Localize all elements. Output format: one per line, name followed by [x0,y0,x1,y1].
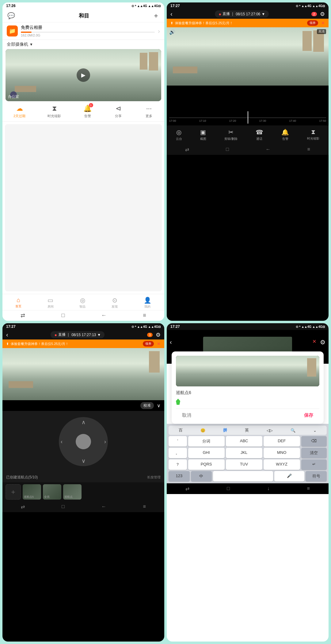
home-nav-tl[interactable]: □ [62,312,65,319]
nav-discover[interactable]: ⊙ 发现 [112,297,118,309]
ctrl-timelapse[interactable]: ⧗ 时光缩影 [307,128,319,141]
key-jkl[interactable]: JKL [226,448,262,458]
key-abc[interactable]: ABC [226,436,262,447]
action-share[interactable]: ⊲ 分享 [114,104,123,118]
key-tuv[interactable]: TUV [226,459,262,470]
menu-sys-tr[interactable]: ≡ [307,147,310,152]
kb-tool-pinyin[interactable]: 拼 [223,427,227,433]
cancel-button[interactable]: 取消 [182,412,191,418]
key-question[interactable]: ？ [169,459,187,470]
back-sys-bl[interactable]: ⇄ [21,504,25,510]
album-progress-bar [21,32,155,33]
album-arrow-icon[interactable]: › [158,28,160,35]
menu-sys-br[interactable]: ≡ [307,486,310,492]
nav-smart[interactable]: ◎ 智品 [79,297,86,309]
back-sys-br[interactable]: ⇄ [185,486,189,492]
kb-tool-collapse[interactable]: ⌄ [313,428,317,433]
waypoint-thumb-2[interactable]: 全览 [43,484,61,500]
promo-btn-tr[interactable]: 领券 [307,20,318,26]
save-button[interactable]: 保存 [304,412,313,418]
home-sys-bl[interactable]: □ [62,504,65,510]
timeline[interactable]: 17:00 17:10 17:20 17:30 17:40 17:50 [167,117,329,122]
joystick-ring[interactable]: ∧ ∨ ‹ › [59,417,108,466]
key-wxyz[interactable]: WXYZ [264,459,300,470]
key-clear[interactable]: 清空 [301,448,327,458]
chat-icon[interactable]: 💬 [7,12,15,19]
nav-mine[interactable]: 👤 我的 [144,297,151,309]
key-enter[interactable]: ↵ [301,459,327,470]
back-nav-tl[interactable]: ⇄ [21,312,25,319]
back-btn-br[interactable]: ‹ [170,339,172,346]
action-more[interactable]: ··· 更多 [145,104,153,118]
action-share-label: 分享 [115,114,122,118]
key-mno[interactable]: MNO [264,448,300,458]
cloud-album-bar[interactable]: 📁 免费云相册 162.0M/2.0G › [2,22,164,40]
nav-room[interactable]: ▭ 房间 [48,297,54,309]
kb-tool-english[interactable]: 英 [245,427,249,433]
promo-close-bl[interactable]: ✕ [157,341,161,346]
recent-sys-tr[interactable]: ← [266,147,271,152]
key-comma[interactable]: ' [169,436,187,447]
camera-view-tr[interactable]: 高清 🔊 [167,27,329,86]
scissors-icon: ✂ [228,128,234,136]
add-icon[interactable]: ＋ [153,11,159,20]
kb-tool-emoji[interactable]: 😊 [200,428,205,433]
recent-sys-br[interactable]: ↓ [267,486,270,492]
action-timelapse[interactable]: ⧗ 时光缩影 [48,104,61,118]
key-def[interactable]: DEF [264,436,300,447]
back-btn-tr[interactable]: ‹ [170,10,173,17]
ctrl-screenshot[interactable]: ▣ 截图 [200,128,206,141]
waypoint-thumb-1[interactable]: 巡航点5 [23,484,41,500]
promo-btn-bl[interactable]: 领券 [143,341,154,347]
close-btn-br[interactable]: ✕ [312,339,316,344]
add-waypoint-btn[interactable]: ＋ [6,484,21,500]
recent-nav-tl[interactable]: ← [101,312,107,319]
kb-tool-search[interactable]: 🔍 [291,428,295,433]
nav-home[interactable]: ⌂ 首页 [15,297,21,309]
action-expiry[interactable]: ☁ 2天过期 [13,104,25,118]
key-symbols[interactable]: 符号 [306,471,327,481]
key-ghi[interactable]: GHI [188,448,225,458]
ptz-down-btn[interactable]: ∨ [82,458,86,464]
gear-icon-bl[interactable]: ⚙ [156,332,161,338]
menu-sys-bl[interactable]: ≡ [143,504,146,510]
menu-nav-tl[interactable]: ≡ [143,312,146,319]
key-pqrs[interactable]: PQRS [188,459,225,470]
home-sys-br[interactable]: □ [227,486,230,492]
play-button[interactable]: ▶ [77,68,90,82]
volume-icon-tr[interactable]: 🔊 [169,29,175,35]
key-backspace[interactable]: ⌫ [301,436,327,447]
back-btn-bl[interactable]: ‹ [6,331,8,338]
waypoint-thumb-3[interactable]: 巡航点 [63,484,82,500]
ctrl-edit[interactable]: ✂ 剪辑/删除 [224,128,238,141]
ctrl-ptz[interactable]: ◎ 云台 [176,128,182,141]
joystick-center[interactable] [76,434,91,449]
camera-section-header[interactable]: 全部摄像机 ▼ [2,40,164,49]
ctrl-call[interactable]: ☎ 通话 [256,128,263,141]
key-123[interactable]: 123 [169,471,190,481]
manage-btn[interactable]: 长按管理 [147,475,161,480]
ctrl-alert[interactable]: 🔔 告警 [281,128,289,141]
key-period[interactable]: 。 [169,448,187,458]
key-fenci[interactable]: 分词 [188,436,225,447]
collapse-icon[interactable]: ∨ [157,403,161,408]
key-mic[interactable]: 🎤 [274,471,304,481]
ptz-up-btn[interactable]: ∧ [82,419,86,426]
key-chinese[interactable]: 中 [191,471,212,481]
gear-icon-tr[interactable]: ⚙ [320,11,325,17]
key-space[interactable] [213,471,273,481]
kb-tool-handwrite[interactable]: ◁▷ [267,428,273,433]
gear-btn-br[interactable]: ⚙ [320,339,325,346]
camera-view-bl[interactable] [2,348,164,400]
ptz-right-btn[interactable]: › [104,439,106,445]
action-alert[interactable]: 🔔 1 告警 [83,104,92,118]
ptz-left-btn[interactable]: ‹ [61,439,63,445]
calibrate-btn[interactable]: 校准 [140,402,154,409]
promo-close-tr[interactable]: ✕ [321,21,325,25]
home-sys-tr[interactable]: □ [226,147,229,152]
kb-tool-baidu[interactable]: 百 [179,427,183,433]
camera-feed-tl[interactable]: ▶ 办公室 [6,49,161,101]
recent-sys-bl[interactable]: ← [101,504,106,510]
back-sys-tr[interactable]: ⇄ [185,147,189,152]
bottom-nav: ⌂ 首页 ▭ 房间 ◎ 智品 ⊙ 发现 👤 我的 [2,294,164,310]
